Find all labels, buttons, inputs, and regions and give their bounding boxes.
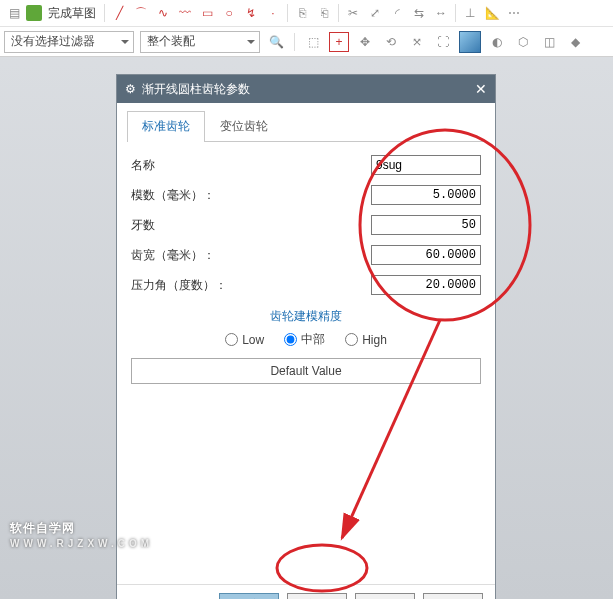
label-width: 齿宽（毫米）： bbox=[131, 247, 371, 264]
input-pressure[interactable] bbox=[371, 275, 481, 295]
label-name: 名称 bbox=[131, 157, 371, 174]
menu-icon[interactable]: ▤ bbox=[4, 3, 24, 23]
radio-low[interactable]: Low bbox=[225, 331, 264, 348]
apply-button: 应用 bbox=[287, 593, 347, 599]
extend-icon[interactable]: ⤢ bbox=[365, 3, 385, 23]
fit-icon[interactable]: ⛶ bbox=[433, 32, 453, 52]
select-icon[interactable]: + bbox=[329, 32, 349, 52]
spline-icon[interactable]: ∿ bbox=[153, 3, 173, 23]
arc-icon[interactable]: ⌒ bbox=[131, 3, 151, 23]
filter-select[interactable]: 没有选择过滤器 bbox=[4, 31, 134, 53]
precision-title: 齿轮建模精度 bbox=[131, 308, 481, 325]
edge-icon[interactable]: ◫ bbox=[539, 32, 559, 52]
polyline-icon[interactable]: ↯ bbox=[241, 3, 261, 23]
input-teeth[interactable] bbox=[371, 215, 481, 235]
curve-icon[interactable]: 〰 bbox=[175, 3, 195, 23]
point-icon[interactable]: · bbox=[263, 3, 283, 23]
line-icon[interactable]: ╱ bbox=[109, 3, 129, 23]
paste-icon[interactable]: ⎗ bbox=[314, 3, 334, 23]
label-module: 模数（毫米）： bbox=[131, 187, 371, 204]
pan-icon[interactable]: ✥ bbox=[355, 32, 375, 52]
label-teeth: 牙数 bbox=[131, 217, 371, 234]
copy-icon[interactable]: ⎘ bbox=[292, 3, 312, 23]
radio-mid[interactable]: 中部 bbox=[284, 331, 325, 348]
wire-icon[interactable]: ⬡ bbox=[513, 32, 533, 52]
zoom-icon[interactable]: ⤧ bbox=[407, 32, 427, 52]
measure-icon[interactable]: 📐 bbox=[482, 3, 502, 23]
trim-icon[interactable]: ✂ bbox=[343, 3, 363, 23]
mirror-icon[interactable]: ⇆ bbox=[409, 3, 429, 23]
input-width[interactable] bbox=[371, 245, 481, 265]
gear-params-dialog: ⚙ 渐开线圆柱齿轮参数 ✕ 标准齿轮 变位齿轮 名称 模数（毫米）： 牙数 齿宽… bbox=[116, 74, 496, 599]
sketch-icon[interactable] bbox=[26, 5, 42, 21]
rect-icon[interactable]: ▭ bbox=[197, 3, 217, 23]
dialog-title: 渐开线圆柱齿轮参数 bbox=[142, 81, 250, 98]
gear-icon: ⚙ bbox=[125, 82, 136, 96]
tab-standard[interactable]: 标准齿轮 bbox=[127, 111, 205, 142]
dialog-titlebar[interactable]: ⚙ 渐开线圆柱齿轮参数 ✕ bbox=[117, 75, 495, 103]
circle-icon[interactable]: ○ bbox=[219, 3, 239, 23]
view-icon[interactable]: ⬚ bbox=[303, 32, 323, 52]
close-icon[interactable]: ✕ bbox=[475, 81, 487, 97]
dialog-buttons: 确定 应用 返回 取消 bbox=[117, 584, 495, 599]
ok-button[interactable]: 确定 bbox=[219, 593, 279, 599]
tab-shifted[interactable]: 变位齿轮 bbox=[205, 111, 283, 141]
input-name[interactable] bbox=[371, 155, 481, 175]
radio-high[interactable]: High bbox=[345, 331, 387, 348]
tabs: 标准齿轮 变位齿轮 bbox=[127, 111, 485, 142]
constraint-icon[interactable]: ⊥ bbox=[460, 3, 480, 23]
back-button[interactable]: 返回 bbox=[355, 593, 415, 599]
view-cube-icon[interactable] bbox=[459, 31, 481, 53]
watermark: 软件自学网 WWW.RJZXW.COM bbox=[10, 512, 153, 549]
input-module[interactable] bbox=[371, 185, 481, 205]
more-icon[interactable]: ⋯ bbox=[504, 3, 524, 23]
dim-icon[interactable]: ↔ bbox=[431, 3, 451, 23]
default-value-button[interactable]: Default Value bbox=[131, 358, 481, 384]
fillet-icon[interactable]: ◜ bbox=[387, 3, 407, 23]
precision-radios: Low 中部 High bbox=[131, 331, 481, 348]
assembly-select[interactable]: 整个装配 bbox=[140, 31, 260, 53]
sketch-done-label[interactable]: 完成草图 bbox=[48, 5, 96, 22]
toolbar: ▤ 完成草图 ╱ ⌒ ∿ 〰 ▭ ○ ↯ · ⎘ ⎗ ✂ ⤢ ◜ ⇆ ↔ ⊥ 📐… bbox=[0, 0, 613, 57]
rotate-icon[interactable]: ⟲ bbox=[381, 32, 401, 52]
search-icon[interactable]: 🔍 bbox=[266, 32, 286, 52]
label-pressure: 压力角（度数）： bbox=[131, 277, 371, 294]
render-icon[interactable]: ◆ bbox=[565, 32, 585, 52]
cancel-button[interactable]: 取消 bbox=[423, 593, 483, 599]
shade-icon[interactable]: ◐ bbox=[487, 32, 507, 52]
